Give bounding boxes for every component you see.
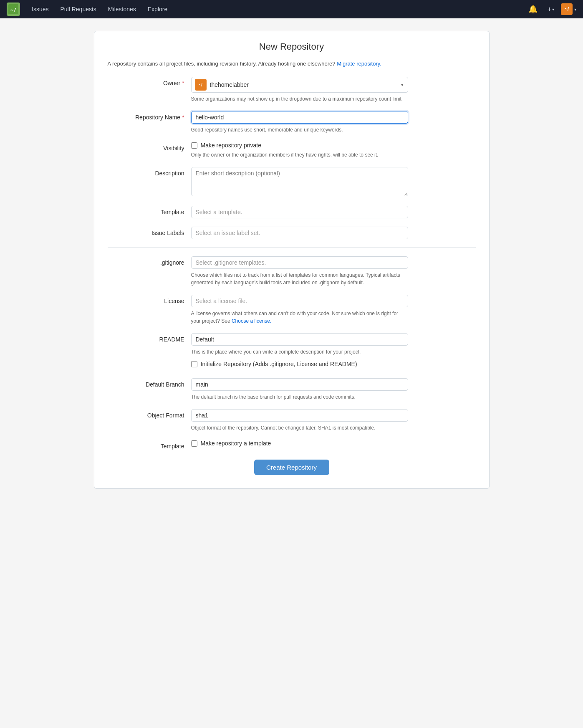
make-template-content: Make repository a template: [191, 440, 408, 449]
nav-explore[interactable]: Explore: [143, 3, 172, 15]
section-divider: [108, 248, 476, 248]
gitignore-content: Choose which files not to track from a l…: [191, 256, 408, 286]
default-branch-label: Default Branch: [108, 378, 191, 388]
navbar-actions: 🔔 + ▾ ~/ ▾: [525, 3, 576, 15]
license-content: A license governs what others can and ca…: [191, 295, 408, 325]
page-title: New Repository: [108, 41, 476, 52]
object-format-input[interactable]: [191, 409, 408, 422]
template-input[interactable]: [191, 206, 408, 218]
template-content: [191, 206, 408, 218]
readme-content: This is the place where you can write a …: [191, 333, 408, 370]
notifications-button[interactable]: 🔔: [525, 3, 541, 15]
plus-icon: +: [548, 5, 551, 13]
repo-name-hint: Good repository names use short, memorab…: [191, 126, 408, 134]
page-wrapper: New Repository A repository contains all…: [87, 31, 496, 489]
license-row: License A license governs what others ca…: [108, 295, 476, 325]
object-format-label: Object Format: [108, 409, 191, 419]
make-private-checkbox[interactable]: [191, 142, 197, 149]
owner-hint: Some organizations may not show up in th…: [191, 95, 408, 103]
nav-milestones[interactable]: Milestones: [103, 3, 141, 15]
make-template-label: Template: [108, 440, 191, 450]
readme-input[interactable]: [191, 333, 408, 346]
navbar: ~/ Issues Pull Requests Milestones Explo…: [0, 0, 583, 18]
user-menu[interactable]: ~/ ▾: [561, 3, 576, 15]
readme-row: README This is the place where you can w…: [108, 333, 476, 370]
init-repo-checkbox[interactable]: [191, 361, 197, 367]
owner-required: *: [182, 80, 184, 86]
visibility-label: Visibility: [108, 142, 191, 152]
repo-name-input[interactable]: [191, 111, 408, 124]
issue-labels-input[interactable]: [191, 227, 408, 239]
default-branch-input[interactable]: [191, 378, 408, 391]
license-input[interactable]: [191, 295, 408, 307]
nav-pull-requests[interactable]: Pull Requests: [55, 3, 101, 15]
gitignore-hint: Choose which files not to track from a l…: [191, 271, 408, 286]
form-card: New Repository A repository contains all…: [94, 31, 490, 489]
description-label: Description: [108, 167, 191, 177]
description-content: [191, 167, 408, 197]
init-repo-label[interactable]: Initialize Repository (Adds .gitignore, …: [201, 361, 357, 367]
readme-hint: This is the place where you can write a …: [191, 348, 408, 356]
owner-content: ~/ thehomelabber ▾ Some organizations ma…: [191, 77, 408, 103]
owner-row: Owner * ~/ thehomelabber ▾ Some organiza…: [108, 77, 476, 103]
template-label: Template: [108, 206, 191, 215]
svg-text:~/: ~/: [10, 7, 16, 13]
description-row: Description: [108, 167, 476, 197]
intro-text: A repository contains all project files,…: [108, 61, 476, 67]
template-row: Template: [108, 206, 476, 218]
owner-caret-icon: ▾: [401, 82, 408, 88]
user-avatar: ~/: [561, 3, 573, 15]
object-format-hint: Object format of the repository. Cannot …: [191, 424, 408, 432]
visibility-checkbox-row: Make repository private: [191, 142, 408, 149]
owner-select-wrapper[interactable]: ~/ thehomelabber ▾: [191, 77, 408, 93]
object-format-content: Object format of the repository. Cannot …: [191, 409, 408, 432]
migrate-link[interactable]: Migrate repository.: [337, 61, 381, 67]
readme-label: README: [108, 333, 191, 343]
repo-name-content: Good repository names use short, memorab…: [191, 111, 408, 134]
make-template-label-text[interactable]: Make repository a template: [201, 440, 271, 447]
issue-labels-row: Issue Labels: [108, 227, 476, 239]
make-private-label[interactable]: Make repository private: [201, 142, 262, 149]
owner-avatar: ~/: [195, 79, 207, 91]
visibility-content: Make repository private Only the owner o…: [191, 142, 408, 159]
add-button[interactable]: + ▾: [544, 4, 558, 15]
issue-labels-content: [191, 227, 408, 239]
init-repo-checkbox-row: Initialize Repository (Adds .gitignore, …: [191, 361, 408, 367]
make-template-checkbox-row: Make repository a template: [191, 440, 408, 447]
visibility-row: Visibility Make repository private Only …: [108, 142, 476, 159]
bell-icon: 🔔: [528, 5, 538, 14]
repo-name-required: *: [182, 114, 184, 121]
choose-license-link[interactable]: Choose a license.: [232, 318, 271, 324]
default-branch-hint: The default branch is the base branch fo…: [191, 393, 408, 401]
owner-label: Owner *: [108, 77, 191, 86]
create-repository-button[interactable]: Create Repository: [254, 460, 329, 475]
gitignore-input[interactable]: [191, 256, 408, 269]
user-menu-caret-icon: ▾: [574, 7, 576, 12]
default-branch-row: Default Branch The default branch is the…: [108, 378, 476, 401]
repo-name-row: Repository Name * Good repository names …: [108, 111, 476, 134]
description-textarea[interactable]: [191, 167, 408, 196]
default-branch-content: The default branch is the base branch fo…: [191, 378, 408, 401]
license-label: License: [108, 295, 191, 304]
add-caret-icon: ▾: [552, 7, 554, 12]
visibility-hint: Only the owner or the organization membe…: [191, 151, 408, 159]
license-hint: A license governs what others can and ca…: [191, 310, 408, 325]
owner-select[interactable]: thehomelabber: [210, 79, 401, 91]
object-format-row: Object Format Object format of the repos…: [108, 409, 476, 432]
gitignore-label: .gitignore: [108, 256, 191, 266]
site-logo[interactable]: ~/: [7, 3, 20, 16]
nav-links: Issues Pull Requests Milestones Explore: [27, 3, 525, 15]
issue-labels-label: Issue Labels: [108, 227, 191, 236]
nav-issues[interactable]: Issues: [27, 3, 53, 15]
gitignore-row: .gitignore Choose which files not to tra…: [108, 256, 476, 286]
make-template-checkbox[interactable]: [191, 440, 197, 447]
make-template-row: Template Make repository a template: [108, 440, 476, 450]
repo-name-label: Repository Name *: [108, 111, 191, 121]
